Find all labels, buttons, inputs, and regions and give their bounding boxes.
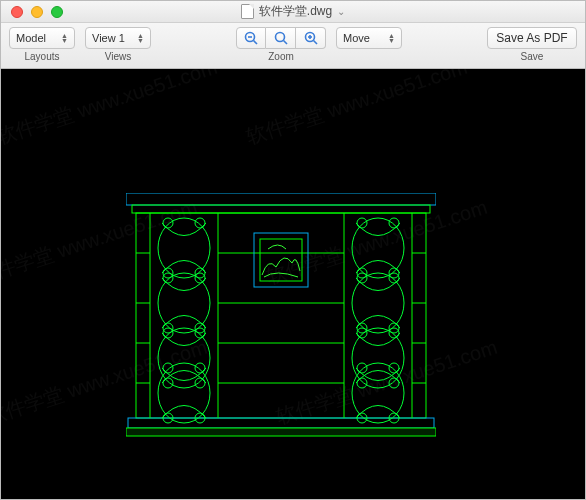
watermark: 软件学堂 www.xue51.com: [242, 69, 470, 151]
move-value: Move: [343, 32, 370, 44]
minimize-window-button[interactable]: [31, 6, 43, 18]
zoom-label: Zoom: [268, 51, 294, 62]
zoom-fit-icon: [273, 30, 289, 46]
save-group: Save As PDF Save: [487, 27, 577, 62]
views-select[interactable]: View 1 ▲▼: [85, 27, 151, 49]
select-arrows-icon: ▲▼: [137, 33, 144, 43]
layouts-label: Layouts: [24, 51, 59, 62]
toolbar: Model ▲▼ Layouts View 1 ▲▼ Views: [1, 23, 585, 69]
zoom-out-button[interactable]: [236, 27, 266, 49]
svg-rect-9: [126, 193, 436, 205]
document-icon: [241, 4, 254, 19]
zoom-out-icon: [243, 30, 259, 46]
titlebar: 软件学堂.dwg ⌄: [1, 1, 585, 23]
zoom-segment: [236, 27, 326, 49]
app-window: 软件学堂.dwg ⌄ Model ▲▼ Layouts View 1 ▲▼ Vi…: [0, 0, 586, 500]
svg-line-1: [254, 41, 258, 45]
save-label: Save: [521, 51, 544, 62]
svg-point-33: [163, 218, 173, 228]
layouts-group: Model ▲▼ Layouts: [9, 27, 75, 62]
svg-rect-12: [128, 418, 434, 428]
svg-line-4: [283, 41, 287, 45]
zoom-in-icon: [303, 30, 319, 46]
zoom-group: Zoom: [236, 27, 326, 62]
svg-point-3: [275, 33, 284, 42]
svg-rect-13: [126, 428, 436, 436]
title-text: 软件学堂.dwg: [259, 3, 332, 20]
drawing-canvas[interactable]: 软件学堂 www.xue51.com 软件学堂 www.xue51.com 软件…: [1, 69, 585, 499]
title-chevron-icon: ⌄: [337, 6, 345, 17]
window-title: 软件学堂.dwg ⌄: [1, 3, 585, 20]
zoom-fit-button[interactable]: [266, 27, 296, 49]
watermark: 软件学堂 www.xue51.com: [1, 69, 221, 151]
views-group: View 1 ▲▼ Views: [85, 27, 151, 62]
save-button-label: Save As PDF: [496, 31, 567, 45]
views-label: Views: [105, 51, 132, 62]
move-group: Move ▲▼: [336, 27, 402, 51]
zoom-in-button[interactable]: [296, 27, 326, 49]
svg-point-34: [195, 218, 205, 228]
select-arrows-icon: ▲▼: [61, 33, 68, 43]
views-value: View 1: [92, 32, 125, 44]
zoom-window-button[interactable]: [51, 6, 63, 18]
move-select[interactable]: Move ▲▼: [336, 27, 402, 49]
save-as-pdf-button[interactable]: Save As PDF: [487, 27, 577, 49]
svg-rect-10: [132, 205, 430, 213]
cad-drawing: [126, 193, 436, 443]
layouts-select[interactable]: Model ▲▼: [9, 27, 75, 49]
select-arrows-icon: ▲▼: [388, 33, 395, 43]
layouts-value: Model: [16, 32, 46, 44]
svg-line-6: [313, 41, 317, 45]
window-controls: [1, 6, 63, 18]
close-window-button[interactable]: [11, 6, 23, 18]
